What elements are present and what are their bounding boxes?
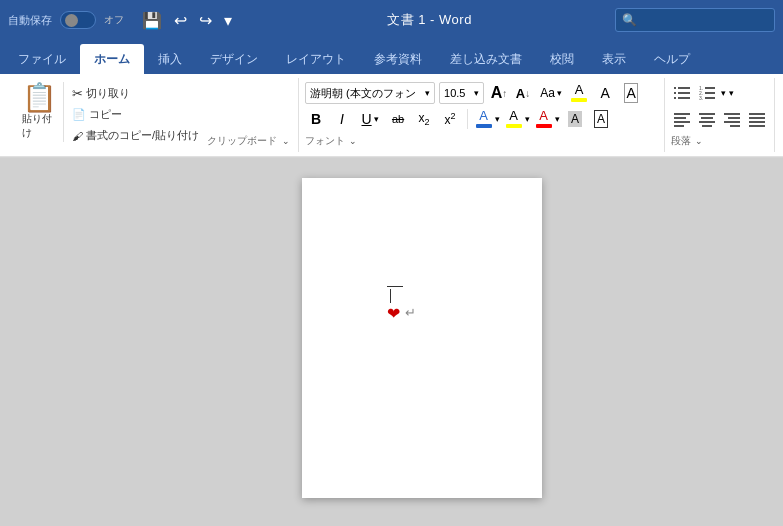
font-color-red-button[interactable]: A ▾ (534, 108, 560, 130)
svg-rect-26 (749, 121, 765, 123)
font-color-bar (476, 124, 492, 128)
char-border-button[interactable]: A (590, 108, 612, 130)
paragraph-expand-icon[interactable]: ⌄ (695, 136, 703, 146)
svg-rect-0 (674, 87, 676, 89)
strikethrough-label: ab (392, 113, 404, 125)
change-case-arrow: ▾ (557, 88, 562, 98)
format-painter-button[interactable]: 🖌 書式のコピー/貼り付け (68, 126, 203, 145)
autosave-toggle[interactable] (60, 11, 96, 29)
change-case-label: Aa (540, 86, 555, 100)
tab-bar: ファイル ホーム 挿入 デザイン レイアウト 参考資料 差し込み文書 校閲 表示… (0, 40, 783, 74)
highlight-button[interactable]: A ▾ (504, 108, 530, 130)
align-right-button[interactable] (721, 108, 743, 130)
underline-label: U (362, 111, 372, 127)
font-divider (467, 109, 468, 129)
undo-icon[interactable]: ↩ (170, 9, 191, 32)
justify-button[interactable] (746, 108, 768, 130)
copy-button[interactable]: 📄 コピー (68, 105, 203, 124)
font-grow-button[interactable]: A ↑ (488, 82, 510, 104)
font-size-value: 10.5 (444, 87, 465, 99)
autosave-label: 自動保存 (8, 13, 52, 28)
svg-rect-20 (724, 113, 740, 115)
text-effects-icon: A (624, 83, 637, 103)
align-center-icon (698, 110, 716, 128)
align-left-icon (673, 110, 691, 128)
document-area: ❤ ↵ (0, 158, 783, 526)
title-bar-left: 自動保存 オフ 💾 ↩ ↪ ▾ (8, 9, 244, 32)
svg-rect-7 (705, 87, 715, 89)
svg-rect-9 (705, 92, 715, 94)
tab-home[interactable]: ホーム (80, 44, 144, 74)
tab-help[interactable]: ヘルプ (640, 44, 704, 74)
strikethrough-button[interactable]: ab (387, 108, 409, 130)
svg-rect-24 (749, 113, 765, 115)
italic-label: I (340, 111, 344, 127)
svg-rect-22 (724, 121, 740, 123)
svg-rect-3 (678, 92, 690, 94)
bold-label: B (311, 111, 321, 127)
svg-rect-21 (728, 117, 740, 119)
tab-references[interactable]: 参考資料 (360, 44, 436, 74)
align-center-button[interactable] (696, 108, 718, 130)
highlight-arrow: ▾ (525, 114, 530, 124)
change-case-button[interactable]: Aa ▾ (538, 82, 564, 104)
clear-format-button[interactable]: A (594, 82, 616, 104)
redo-icon[interactable]: ↪ (195, 9, 216, 32)
numbered-list-button[interactable]: 1. 2. 3. (696, 82, 718, 104)
superscript-button[interactable]: x2 (439, 108, 461, 130)
align-left-button[interactable] (671, 108, 693, 130)
cut-button[interactable]: ✂ 切り取り (68, 84, 203, 103)
font-name-value: 游明朝 (本文のフォン (310, 86, 416, 101)
bullet-list-arrow[interactable]: ▾ (721, 88, 726, 98)
tab-file[interactable]: ファイル (4, 44, 80, 74)
font-expand-icon[interactable]: ⌄ (349, 136, 357, 146)
numbered-list-arrow[interactable]: ▾ (729, 88, 734, 98)
svg-text:3.: 3. (699, 95, 703, 101)
subscript-label: x2 (419, 111, 430, 127)
save-icon[interactable]: 💾 (138, 9, 166, 32)
svg-rect-14 (674, 121, 690, 123)
format-painter-label: 書式のコピー/貼り付け (86, 128, 199, 143)
heart-symbol: ❤ (387, 304, 400, 323)
italic-button[interactable]: I (331, 108, 353, 130)
text-effects-button[interactable]: A (620, 82, 642, 104)
highlight-color-bar (506, 124, 522, 128)
svg-rect-11 (705, 97, 715, 99)
customize-icon[interactable]: ▾ (220, 9, 236, 32)
clipboard-expand-icon[interactable]: ⌄ (282, 136, 290, 146)
font-size-buttons: A ↑ A ↓ (488, 82, 534, 104)
font-color-button[interactable]: A ▾ (474, 108, 500, 130)
align-right-icon (723, 110, 741, 128)
paragraph-row2 (671, 108, 768, 130)
font-shrink-button[interactable]: A ↓ (512, 82, 534, 104)
font-group-label: フォント (305, 134, 345, 148)
tab-design[interactable]: デザイン (196, 44, 272, 74)
tab-view[interactable]: 表示 (588, 44, 640, 74)
font-size-arrow: ▾ (474, 88, 479, 98)
subscript-button[interactable]: x2 (413, 108, 435, 130)
tab-review[interactable]: 校閲 (536, 44, 588, 74)
clipboard-group-label: クリップボード (207, 134, 277, 148)
bold-button[interactable]: B (305, 108, 327, 130)
text-highlight-button[interactable]: A (568, 82, 590, 104)
font-color-arrow: ▾ (495, 114, 500, 124)
tab-mailings[interactable]: 差し込み文書 (436, 44, 536, 74)
char-shading-icon: A (568, 111, 582, 127)
format-painter-icon: 🖌 (72, 130, 83, 142)
search-box[interactable]: 🔍 (615, 8, 775, 32)
clipboard-group: 📋 貼り付け ✂ 切り取り 📄 コピー 🖌 書式のコピー/貼り付け クリップボ (8, 78, 299, 152)
font-name-select[interactable]: 游明朝 (本文のフォン ▾ (305, 82, 435, 104)
autosave-dot (65, 14, 78, 27)
bullet-list-button[interactable] (671, 82, 693, 104)
highlight-bar (571, 98, 587, 102)
tab-layout[interactable]: レイアウト (272, 44, 360, 74)
font-size-select[interactable]: 10.5 ▾ (439, 82, 484, 104)
svg-rect-1 (678, 87, 690, 89)
paste-button[interactable]: 📋 貼り付け (16, 82, 64, 142)
underline-button[interactable]: U ▾ (357, 108, 383, 130)
bullet-list-icon (673, 84, 691, 102)
char-shading-button[interactable]: A (564, 108, 586, 130)
svg-rect-16 (699, 113, 715, 115)
paragraph-group-label: 段落 (671, 134, 691, 148)
tab-insert[interactable]: 挿入 (144, 44, 196, 74)
